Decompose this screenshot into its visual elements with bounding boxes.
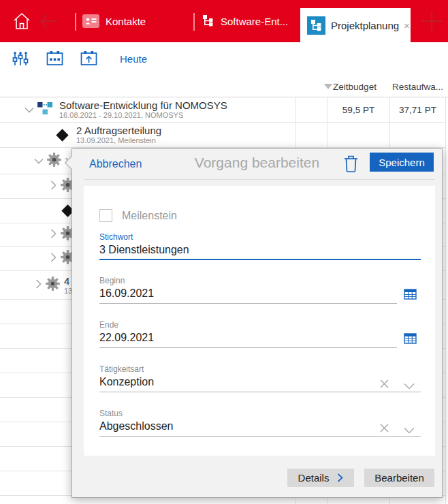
taetigkeitsart-clear-icon[interactable] (380, 379, 389, 391)
contacts-icon (82, 14, 99, 28)
tab-software[interactable]: Software-Ent... (202, 0, 288, 42)
ende-datepicker-icon[interactable] (404, 332, 417, 347)
toolbar: Heute (0, 42, 448, 75)
milestone-diamond-icon (56, 129, 68, 141)
chevron-down-icon[interactable] (25, 104, 34, 116)
beginn-input[interactable]: 16.09.2021 (99, 287, 154, 300)
row-title: 2 Auftragserteilung (76, 125, 161, 136)
project-tree-color-icon (37, 101, 54, 118)
status-select[interactable]: Abgeschlossen (99, 420, 174, 432)
project-tree-icon (202, 14, 215, 29)
cell-zeitbudget (327, 123, 389, 147)
home-icon[interactable] (12, 11, 32, 31)
tab-projektplanung-label: Projektplanung (331, 20, 399, 31)
bearbeiten-button-label: Bearbeiten (374, 472, 424, 484)
chevron-right-icon (337, 473, 343, 482)
table-header: Zeitbudget Restaufwa... (0, 75, 448, 97)
stichwort-label: Stichwort (99, 232, 133, 242)
table-row[interactable]: 2 Auftragserteilung 13.09.2021, Meilenst… (0, 123, 446, 148)
tab-bar: Kontakte Software-Ent... (0, 0, 448, 42)
tab-divider (75, 13, 76, 31)
filter-settings-icon[interactable] (11, 49, 30, 68)
cell-zeitbudget: 59,5 PT (327, 97, 389, 122)
row-subtitle: 13.09.2021, Meilenstein (76, 136, 161, 145)
gear-icon (44, 275, 61, 295)
chevron-down-icon[interactable] (34, 155, 44, 167)
row-text: 2 Auftragserteilung 13.09.2021, Meilenst… (76, 125, 161, 145)
dialog-header-divider (84, 179, 435, 180)
save-button[interactable]: Speichern (370, 153, 434, 172)
column-header-restaufwand[interactable]: Restaufwa... (392, 82, 446, 92)
milestone-checkbox-label: Meilenstein (122, 210, 177, 222)
gear-icon (46, 151, 63, 171)
ende-input[interactable]: 22.09.2021 (99, 332, 154, 344)
tab-divider (193, 13, 195, 31)
calendar-view-icon[interactable] (45, 49, 64, 68)
chevron-right-icon[interactable] (50, 229, 57, 241)
ende-label: Ende (99, 320, 118, 330)
beginn-label: Beginn (99, 276, 125, 285)
tab-software-label: Software-Ent... (221, 16, 288, 27)
chevron-right-icon[interactable] (50, 180, 57, 193)
cell-restaufwand: 37,71 PT (389, 97, 446, 122)
chevron-right-icon[interactable] (35, 279, 42, 292)
today-button[interactable]: Heute (120, 53, 147, 65)
chevron-right-icon[interactable] (50, 253, 57, 265)
ende-underline (99, 347, 397, 348)
status-clear-icon[interactable] (380, 423, 389, 435)
status-label: Status (99, 409, 123, 418)
details-button[interactable]: Details (287, 469, 354, 487)
calendar-export-icon[interactable] (79, 49, 98, 68)
taetigkeitsart-dropdown-icon[interactable] (404, 380, 415, 392)
bearbeiten-button[interactable]: Bearbeiten (364, 469, 434, 487)
tab-kontakte-label: Kontakte (106, 16, 146, 27)
status-underline (99, 436, 421, 437)
back-arrow-icon[interactable] (37, 10, 60, 32)
stichwort-input[interactable]: 3 Dienstleistungen (99, 244, 189, 256)
status-dropdown-icon[interactable] (404, 424, 415, 437)
stichwort-underline (99, 259, 421, 260)
table-row[interactable]: Software-Entwicklung für NOMOSYS 16.08.2… (0, 97, 446, 123)
taetigkeitsart-label: Tätigkeitsart (99, 364, 144, 374)
app-window: Kontakte Software-Ent... (0, 0, 448, 504)
dialog-form-panel (84, 186, 435, 456)
new-tab-plus-icon[interactable] (417, 10, 446, 33)
edit-task-dialog: Abbrechen Vorgang bearbeiten Speichern M… (71, 148, 443, 498)
row-title: Software-Entwicklung für NOMOSYS (59, 99, 227, 111)
row-subtitle: 16.08.2021 - 29.10.2021, NOMOSYS (59, 111, 227, 120)
beginn-datepicker-icon[interactable] (404, 288, 417, 303)
tab-close-icon[interactable]: × (404, 20, 410, 31)
cell-restaufwand (389, 123, 446, 147)
tab-kontakte[interactable]: Kontakte (82, 0, 146, 42)
row-text: Software-Entwicklung für NOMOSYS 16.08.2… (59, 99, 227, 120)
column-header-zeitbudget[interactable]: Zeitbudget (327, 82, 383, 92)
details-button-label: Details (298, 472, 330, 484)
project-tree-icon (307, 16, 325, 35)
beginn-underline (99, 303, 397, 304)
tab-projektplanung[interactable]: Projektplanung × (300, 8, 411, 42)
milestone-checkbox[interactable] (99, 209, 112, 222)
taetigkeitsart-underline (99, 392, 421, 392)
delete-trash-icon[interactable] (343, 155, 359, 174)
taetigkeitsart-select[interactable]: Konzeption (99, 376, 154, 388)
